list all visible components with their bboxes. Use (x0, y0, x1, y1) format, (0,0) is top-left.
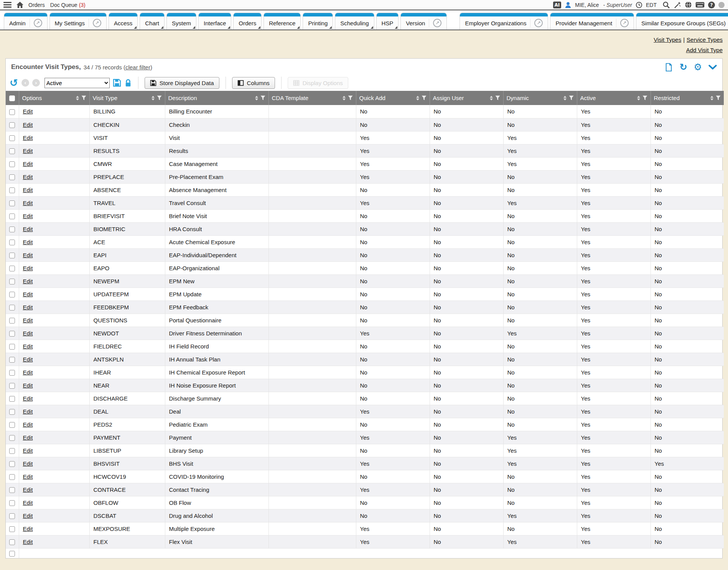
edit-link[interactable]: Edit (23, 434, 33, 441)
edit-link[interactable]: Edit (23, 161, 33, 167)
edit-link[interactable]: Edit (23, 200, 33, 206)
edit-link[interactable]: Edit (23, 174, 33, 180)
edit-link[interactable]: Edit (23, 356, 33, 363)
tab-admin[interactable]: Admin↗ (4, 13, 48, 30)
sort-icon[interactable] (637, 96, 640, 100)
filter-icon[interactable] (157, 95, 162, 100)
edit-link[interactable]: Edit (23, 526, 33, 532)
row-checkbox[interactable] (9, 500, 15, 506)
column-header-options[interactable]: Options (19, 91, 89, 105)
filter-icon[interactable] (422, 95, 427, 100)
column-header-quick-add[interactable]: Quick Add (356, 91, 430, 105)
edit-link[interactable]: Edit (23, 460, 33, 467)
external-link-icon[interactable]: ↗ (620, 19, 629, 27)
row-checkbox[interactable] (9, 227, 15, 232)
user-name[interactable]: MIE, Alice (575, 2, 599, 8)
edit-link[interactable]: Edit (23, 447, 33, 454)
tab-scheduling[interactable]: Scheduling (335, 13, 374, 30)
edit-link[interactable]: Edit (23, 265, 33, 271)
filter-icon[interactable] (81, 95, 86, 100)
edit-link[interactable]: Edit (23, 421, 33, 428)
column-header-description[interactable]: Description (165, 91, 268, 105)
sort-icon[interactable] (563, 96, 567, 100)
sort-icon[interactable] (152, 96, 155, 100)
edit-link[interactable]: Edit (23, 108, 33, 115)
tab-similar-exposure-groups-segs[interactable]: Similar Exposure Groups (SEGs)↗ (636, 13, 728, 30)
gear-icon[interactable]: ⚙ (693, 62, 702, 72)
edit-link[interactable]: Edit (23, 148, 33, 154)
filter-icon[interactable] (642, 95, 647, 100)
row-checkbox[interactable] (9, 344, 15, 350)
search-icon[interactable] (662, 1, 670, 9)
row-checkbox[interactable] (9, 135, 15, 141)
sort-icon[interactable] (710, 96, 713, 100)
status-filter-select[interactable]: Active (44, 78, 110, 88)
edit-link[interactable]: Edit (23, 395, 33, 402)
row-checkbox[interactable] (9, 122, 15, 128)
tab-employer-organizations[interactable]: Employer Organizations↗ (460, 13, 548, 30)
row-checkbox[interactable] (9, 448, 15, 454)
columns-button[interactable]: Columns (232, 77, 275, 89)
home-icon[interactable] (16, 1, 24, 9)
edit-link[interactable]: Edit (23, 369, 33, 376)
display-options-button[interactable]: Display Options (288, 77, 348, 89)
menu-icon[interactable] (3, 2, 12, 8)
edit-link[interactable]: Edit (23, 473, 33, 480)
user-avatar-icon[interactable] (565, 2, 572, 8)
row-checkbox[interactable] (9, 174, 15, 180)
row-checkbox[interactable] (9, 474, 15, 480)
edit-link[interactable]: Edit (23, 343, 33, 350)
row-checkbox[interactable] (9, 461, 15, 467)
tab-provider-management[interactable]: Provider Management↗ (550, 13, 634, 30)
edit-link[interactable]: Edit (23, 278, 33, 284)
new-document-icon[interactable] (665, 63, 673, 72)
tab-my-settings[interactable]: My Settings↗ (49, 13, 107, 30)
row-checkbox[interactable] (9, 279, 15, 284)
footer-checkbox[interactable] (9, 551, 15, 557)
row-checkbox[interactable] (9, 109, 15, 115)
column-header-dynamic[interactable]: Dynamic (503, 91, 577, 105)
row-checkbox[interactable] (9, 331, 15, 337)
column-header-active[interactable]: Active (577, 91, 651, 105)
sort-icon[interactable] (490, 96, 493, 100)
tab-interface[interactable]: Interface (198, 13, 231, 30)
external-link-icon[interactable]: ↗ (93, 19, 101, 27)
row-checkbox[interactable] (9, 513, 15, 519)
edit-link[interactable]: Edit (23, 539, 33, 545)
edit-link[interactable]: Edit (23, 135, 33, 141)
external-link-icon[interactable]: ↗ (534, 19, 543, 27)
row-checkbox[interactable] (9, 266, 15, 271)
filter-icon[interactable] (348, 95, 353, 100)
filter-icon[interactable] (569, 95, 574, 100)
row-checkbox[interactable] (9, 487, 15, 493)
edit-link[interactable]: Edit (23, 252, 33, 258)
edit-link[interactable]: Edit (23, 408, 33, 415)
row-checkbox[interactable] (9, 539, 15, 545)
row-checkbox[interactable] (9, 200, 15, 206)
row-checkbox[interactable] (9, 240, 15, 245)
column-header-assign-user[interactable]: Assign User (430, 91, 503, 105)
row-checkbox[interactable] (9, 396, 15, 402)
edit-link[interactable]: Edit (23, 213, 33, 219)
tab-hsp[interactable]: HSP (376, 13, 399, 30)
service-types-link[interactable]: Service Types (687, 36, 723, 43)
store-displayed-data-button[interactable]: Store Displayed Data (145, 77, 219, 89)
edit-link[interactable]: Edit (23, 317, 33, 324)
sort-icon[interactable] (255, 96, 258, 100)
row-checkbox[interactable] (9, 187, 15, 193)
edit-link[interactable]: Edit (23, 513, 33, 519)
filter-icon[interactable] (495, 95, 500, 100)
sort-icon[interactable] (343, 96, 346, 100)
refresh-icon[interactable]: ↻ (679, 62, 687, 72)
wand-icon[interactable] (674, 1, 681, 9)
column-header-visit-type[interactable]: Visit Type (89, 91, 165, 105)
row-checkbox[interactable] (9, 214, 15, 219)
row-checkbox[interactable] (9, 161, 15, 167)
sort-icon[interactable] (416, 96, 419, 100)
row-checkbox[interactable] (9, 292, 15, 297)
save-filter-icon[interactable] (113, 79, 121, 87)
row-checkbox[interactable] (9, 370, 15, 376)
tab-version[interactable]: Version↗ (400, 13, 447, 30)
edit-link[interactable]: Edit (23, 304, 33, 310)
visit-types-link[interactable]: Visit Types (654, 36, 681, 43)
